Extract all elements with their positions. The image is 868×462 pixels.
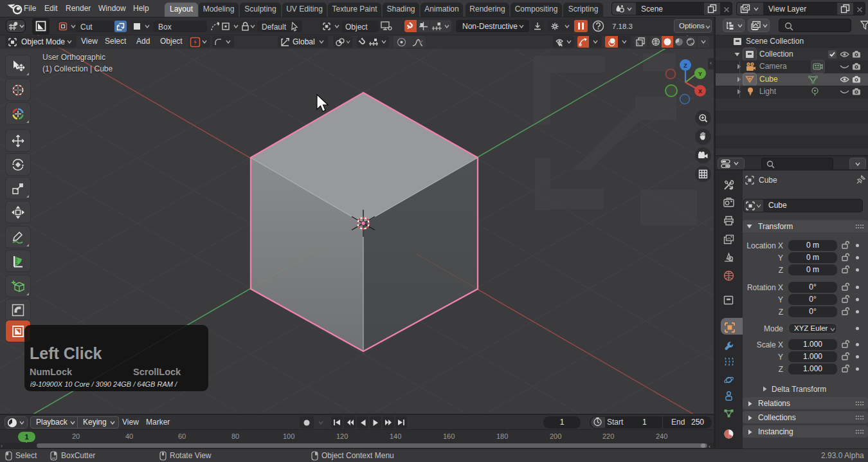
svg-text:Z: Z	[683, 62, 687, 69]
svg-text:X: X	[698, 88, 702, 95]
svg-text:Y: Y	[698, 71, 702, 77]
